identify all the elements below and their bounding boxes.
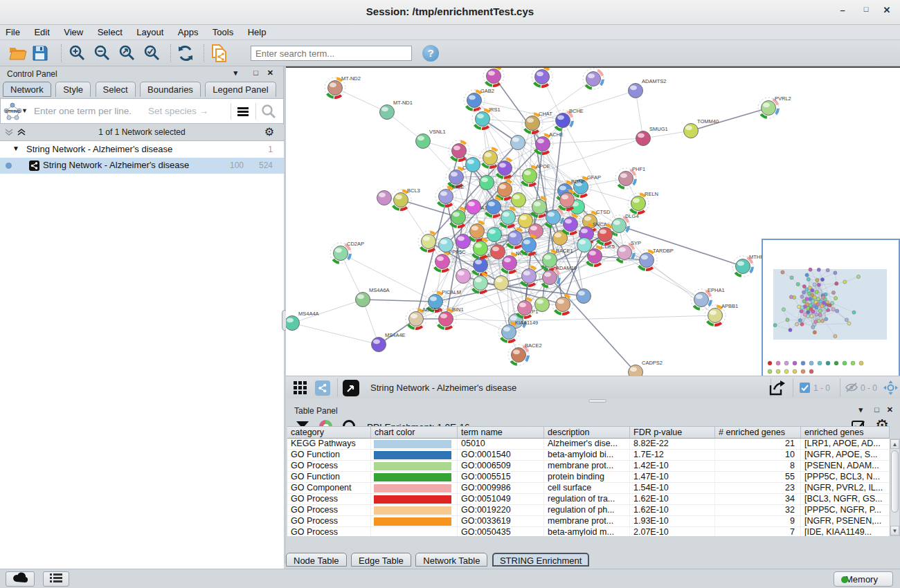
protein-node[interactable] [449,140,469,161]
maximize-button[interactable]: □ [857,5,875,19]
enrichment-row[interactable]: GO ProcessGO:0006509membrane prot...1.42… [287,461,890,472]
search-input[interactable] [251,46,412,61]
protein-node[interactable] [491,245,505,259]
panel-float-icon[interactable]: □ [874,405,879,414]
protein-node-PHF1[interactable]: PHF1 [615,166,645,189]
open-in-window-icon[interactable] [343,380,359,396]
menu-layout[interactable]: Layout [131,25,169,37]
protein-node-KIAA1149[interactable]: KIAA1149 [498,320,538,342]
menu-edit[interactable]: Edit [28,25,55,37]
protein-node-BCHE[interactable]: BCHE [552,108,584,131]
navigate-crosshair-icon[interactable] [883,380,898,395]
enrichment-row[interactable]: GO ProcessGO:0019220regulation of ph...1… [287,505,890,516]
enrichment-row[interactable]: GO ProcessGO:0051049regulation of tra...… [287,494,890,505]
protein-node-GFAP[interactable]: GFAP [570,174,601,197]
string-search-icon[interactable] [255,103,279,120]
tab-network[interactable]: Network [3,82,51,97]
protein-node-CADPS2[interactable]: CADPS2 [629,360,663,376]
zoom-in-icon[interactable] [68,44,87,63]
menu-file[interactable]: File [0,25,26,37]
protein-node-CD2AP[interactable]: CD2AP [330,241,364,264]
column-header-category[interactable]: category [287,426,371,439]
tab-network-table[interactable]: Network Table [415,553,487,567]
protein-node[interactable] [483,68,504,86]
share-view-icon[interactable] [315,380,330,396]
panel-menu-icon[interactable]: ▾ [858,405,863,414]
protein-node[interactable] [494,158,515,178]
column-header--enriched-genes[interactable]: # enriched genes [715,426,801,439]
protein-node-CHAT[interactable]: CHAT [522,111,552,134]
enrichment-row[interactable]: GO FunctionGO:0001540beta-amyloid bi...1… [287,450,890,461]
panel-close-icon[interactable]: ✕ [267,68,273,77]
menu-view[interactable]: View [58,25,89,37]
protein-node[interactable] [583,68,604,89]
scroll-up-icon[interactable]: ▲ [890,439,899,449]
species-hint[interactable]: Set species → [148,106,208,116]
selected-count-checkbox-icon[interactable] [800,383,810,393]
hidden-count-eye-icon[interactable] [845,382,858,393]
enrichment-row[interactable]: GO ComponentGO:0009986cell surface1.54E-… [287,483,890,494]
protein-node[interactable] [560,214,581,235]
zoom-out-icon[interactable] [93,44,112,63]
task-list-icon[interactable] [43,571,69,587]
scrollbar-thumb[interactable] [891,450,899,513]
string-menu-icon[interactable] [231,103,254,120]
automation-cloud-icon[interactable] [6,571,35,587]
tab-string-enrichment[interactable]: STRING Enrichment [492,553,589,567]
network-collection-row[interactable]: ▼ String Network - Alzheimer's disease 1 [0,142,284,158]
network-canvas[interactable]: MT-ND2MT-ND1VSNL1GAB2ADAMTS2PVRL2TOMM40S… [286,66,900,376]
minimize-button[interactable]: – [834,5,852,19]
network-row-selected[interactable]: String Network - Alzheimer's disease 100… [0,158,284,174]
menu-select[interactable]: Select [92,25,128,37]
enrichment-row[interactable]: GO FunctionGO:0005515protein binding1.47… [287,472,890,483]
panel-close-icon[interactable]: ✕ [887,405,893,414]
protein-node[interactable] [470,273,491,293]
protein-node-APOE[interactable]: APOE [519,163,550,186]
protein-node[interactable] [456,269,471,284]
protein-node-MS4A6A[interactable]: MS4A6A [356,287,390,307]
protein-node[interactable] [532,68,552,87]
protein-node-DLG4[interactable]: DLG4 [609,213,639,236]
tab-boundaries[interactable]: Boundaries [140,82,201,97]
table-scrollbar[interactable]: ▲ ▼ [890,439,900,536]
grid-view-icon[interactable] [291,379,309,397]
string-query-placeholder[interactable]: Enter one term per line. [34,106,132,116]
open-session-icon[interactable] [8,44,28,63]
protein-node-MT-ND1[interactable]: MT-ND1 [380,100,413,120]
protein-node[interactable] [467,200,481,214]
protein-node[interactable] [577,238,592,252]
enrichment-table[interactable]: KEGG Pathways05010Alzheimer's dise...8.8… [287,439,890,536]
protein-node[interactable] [456,235,471,249]
protein-node-VSNL1[interactable]: VSNL1 [416,129,446,149]
protein-node-MS4A4E[interactable]: MS4A4E [372,332,406,352]
horizontal-splitter[interactable] [286,398,900,403]
refresh-icon[interactable] [176,44,195,63]
tab-select[interactable]: Select [96,82,136,97]
protein-node-BACE2[interactable]: BACE2 [508,342,542,365]
column-header-enriched-genes[interactable]: enriched genes [801,426,890,439]
enrichment-row[interactable]: GO ProcessGO:0050435beta-amyloid m...2.0… [287,527,890,536]
birdseye-view[interactable] [762,239,900,377]
tab-legend-panel[interactable]: Legend Panel [205,82,276,97]
protein-node[interactable] [480,147,501,168]
protein-node[interactable] [418,231,439,252]
tab-edge-table[interactable]: Edge Table [351,553,411,567]
protein-node-PVRL2[interactable]: PVRL2 [758,95,791,118]
protein-node-ABCA7[interactable]: ABCA7 [406,306,440,329]
protein-node[interactable] [377,191,392,205]
protein-node[interactable] [466,158,480,172]
memory-button[interactable]: Memory [834,571,893,587]
protein-node-ADAMTS2[interactable]: ADAMTS2 [629,78,667,98]
column-header-description[interactable]: description [544,426,630,439]
menu-tools[interactable]: Tools [207,25,239,37]
column-header-term-name[interactable]: term name [458,426,544,439]
enrichment-row[interactable]: GO ProcessGO:0033619membrane prot...1.93… [287,516,890,527]
close-button[interactable]: ✕ [878,5,896,19]
column-header-FDR-p-value[interactable]: FDR p-value [630,426,715,439]
scroll-down-icon[interactable]: ▼ [890,526,899,535]
protein-node[interactable] [512,193,526,208]
protein-node[interactable] [519,266,539,286]
zoom-fit-icon[interactable] [118,44,137,63]
menu-apps[interactable]: Apps [172,25,204,37]
protein-node-SMUG1[interactable]: SMUG1 [636,126,668,146]
